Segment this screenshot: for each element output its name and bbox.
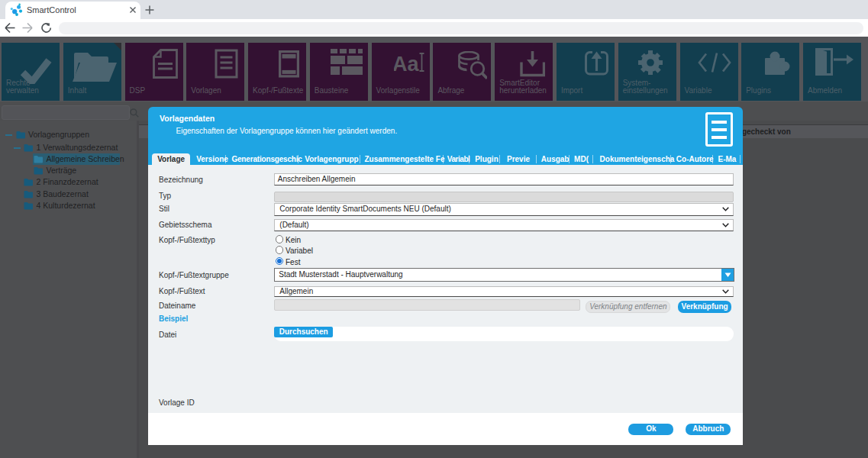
svg-text:Aa: Aa bbox=[394, 53, 419, 73]
